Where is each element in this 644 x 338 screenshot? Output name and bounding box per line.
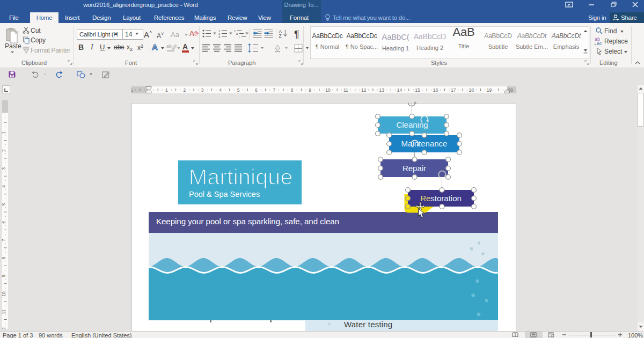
svg-text:4: 4 [219, 87, 222, 93]
svg-text:Repair: Repair [402, 164, 426, 173]
svg-text:2: 2 [183, 87, 186, 93]
svg-text:5: 5 [2, 203, 6, 205]
svg-text:3: 3 [2, 167, 6, 170]
svg-text:1: 1 [165, 87, 168, 93]
svg-text:12: 12 [2, 327, 6, 329]
svg-text:11: 11 [2, 310, 6, 314]
svg-text:7: 7 [273, 87, 275, 93]
svg-text:1: 1 [2, 131, 6, 134]
svg-text:13: 13 [379, 87, 384, 93]
svg-text:ab: ab [166, 43, 172, 49]
svg-text:14: 14 [397, 87, 402, 93]
svg-text:i: i [239, 35, 239, 39]
svg-text:19: 19 [487, 87, 492, 93]
svg-text:5: 5 [237, 87, 240, 93]
svg-text:ac: ac [597, 41, 602, 46]
svg-text:1: 1 [131, 87, 133, 93]
svg-text:4: 4 [2, 185, 6, 188]
svg-text:17: 17 [451, 87, 456, 93]
svg-text:Maintenance: Maintenance [401, 139, 448, 148]
svg-text:a: a [236, 32, 238, 35]
svg-text:11: 11 [343, 87, 348, 93]
svg-text:2: 2 [2, 149, 6, 152]
svg-text:8: 8 [2, 256, 6, 259]
svg-text:16: 16 [433, 87, 438, 93]
svg-text:Martinique: Martinique [189, 164, 293, 189]
svg-text:6: 6 [2, 221, 6, 224]
svg-text:Restoration: Restoration [420, 194, 462, 203]
svg-text:10: 10 [325, 87, 331, 93]
svg-text:Z: Z [279, 33, 282, 39]
svg-text:12: 12 [361, 87, 367, 93]
svg-text:Cleaning: Cleaning [396, 120, 428, 129]
svg-text:3: 3 [218, 35, 221, 39]
svg-text:7: 7 [2, 239, 6, 241]
svg-text:10: 10 [2, 291, 6, 297]
svg-text:8: 8 [291, 87, 294, 93]
svg-text:¶: ¶ [294, 29, 299, 39]
svg-text:9: 9 [309, 87, 311, 93]
svg-text:6: 6 [255, 87, 258, 93]
svg-text:9: 9 [2, 275, 6, 277]
svg-text:18: 18 [469, 87, 474, 93]
svg-text:3: 3 [201, 87, 204, 93]
svg-text:15: 15 [415, 87, 420, 93]
svg-text:Pool & Spa Services: Pool & Spa Services [189, 190, 260, 199]
